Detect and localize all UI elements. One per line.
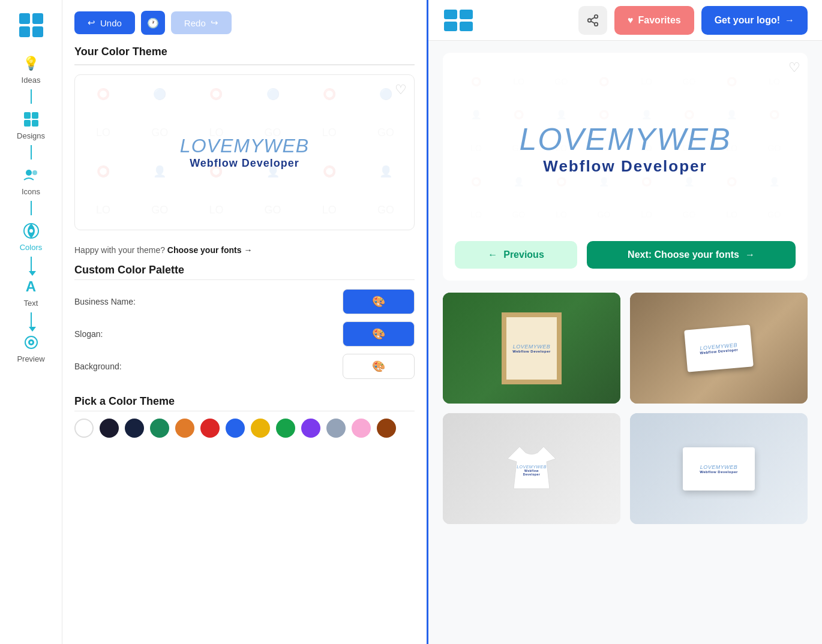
svg-rect-18 [460,22,473,31]
background-row: Background: 🎨 [74,354,415,379]
right-content: ♡ ⭕LOGO⭕LOGO⭕LO 👤⭕👤⭕👤⭕👤⭕ LOGOLOGOLOGOLOG… [428,41,822,644]
get-logo-button[interactable]: Get your logo! → [701,6,808,35]
svg-point-20 [588,19,592,22]
lightbulb-icon: 💡 [20,53,42,74]
svg-rect-0 [19,13,30,24]
background-swatch[interactable]: 🎨 [343,354,415,379]
header-actions: ♥ Favorites Get your logo! → [578,6,808,35]
svg-rect-4 [24,112,31,119]
choose-fonts-link[interactable]: Choose your fonts → [167,245,253,255]
right-panel: ♥ Favorites Get your logo! → ♡ ⭕LOGO⭕LOG… [428,0,822,644]
sidebar-item-ideas-label: Ideas [22,76,41,85]
color-dot-white[interactable] [74,419,94,438]
mockup-hand[interactable]: LOVEMYWEB Webflow Developer [630,293,808,404]
business-name-swatch[interactable]: 🎨 [343,289,415,314]
color-dot-mid-green[interactable] [276,419,295,438]
bg-icon: ⭕ [75,75,131,114]
color-theme-section: Your Color Theme [62,46,427,65]
sidebar-item-ideas[interactable]: 💡 Ideas [0,48,62,89]
swatch-icon-3: 🎨 [372,360,385,373]
color-dot-brown[interactable] [377,419,396,438]
svg-point-9 [32,170,37,175]
prev-icon: ← [488,249,497,260]
history-button[interactable]: 🕐 [141,11,165,35]
svg-rect-17 [444,22,457,31]
sidebar-divider-1 [31,89,32,104]
get-logo-label: Get your logo! [715,15,780,26]
mockup-frame[interactable]: LOVEMYWEB Webflow Developer [443,293,620,404]
share-button[interactable] [578,6,607,35]
history-icon: 🕐 [147,17,159,29]
mockup-4-logo-sub: Webflow Developer [700,470,738,474]
mockup-1-logo-text: LOVEMYWEB [513,344,551,350]
next-button[interactable]: Next: Choose your fonts → [587,241,796,269]
sidebar-item-text-label: Text [24,299,38,308]
sidebar-divider-2 [31,145,32,160]
palette-divider [74,279,415,280]
toolbar: ↩ Undo 🕐 Redo ↪ [62,0,427,46]
svg-line-23 [591,17,595,19]
svg-rect-7 [32,120,38,127]
colors-icon [20,220,42,242]
svg-rect-15 [444,10,457,19]
undo-button[interactable]: ↩ Undo [74,11,135,34]
business-name-row: Business Name: 🎨 [74,289,415,314]
color-dot-navy[interactable] [100,419,119,438]
text-icon: A [20,276,42,297]
color-dot-purple[interactable] [301,419,320,438]
color-theme-title: Your Color Theme [74,46,415,65]
redo-button[interactable]: Redo ↪ [171,11,232,34]
svg-point-21 [595,22,598,25]
custom-palette-title: Custom Color Palette [74,264,415,276]
logo-showcase: ♡ ⭕LOGO⭕LOGO⭕LO 👤⭕👤⭕👤⭕👤⭕ LOGOLOGOLOGOLOG… [443,53,808,281]
app-logo[interactable] [14,8,48,42]
color-dot-yellow[interactable] [251,419,270,438]
color-dot-gray[interactable] [326,419,346,438]
theme-divider [74,411,415,411]
sidebar-item-preview[interactable]: Preview [0,327,62,368]
pick-theme-section: Pick a Color Theme [62,386,427,450]
color-dot-pink[interactable] [352,419,371,438]
mockup-shirt[interactable]: LOVEMYWEB Webflow Developer [443,413,620,524]
nav-buttons: ← Previous Next: Choose your fonts → [455,241,796,269]
next-label: Next: Choose your fonts [628,249,739,260]
svg-line-22 [591,21,595,23]
color-dot-green[interactable] [150,419,169,438]
svg-rect-5 [32,112,38,119]
sidebar-item-colors[interactable]: Colors [0,215,62,257]
sidebar-arrow-down [31,257,32,271]
undo-label: Undo [100,18,122,28]
main-content: ↩ Undo 🕐 Redo ↪ Your Color Theme ⭕🔵⭕🔵⭕🔵 … [62,0,822,644]
color-dot-blue[interactable] [226,419,245,438]
color-dot-dark-blue[interactable] [125,419,144,438]
svg-point-8 [26,170,32,176]
svg-rect-6 [24,120,31,127]
favorites-button[interactable]: ♥ Favorites [614,6,694,35]
slogan-swatch[interactable]: 🎨 [343,321,415,347]
sidebar-item-icons[interactable]: Icons [0,160,62,201]
sidebar-item-icons-label: Icons [22,187,40,196]
section-divider [74,65,415,65]
sidebar-divider-3 [31,201,32,215]
color-dot-orange[interactable] [175,419,194,438]
svg-rect-1 [32,13,43,24]
color-dot-red[interactable] [200,419,220,438]
slogan-row: Slogan: 🎨 [74,321,415,347]
preview-heart-button[interactable]: ♡ [395,82,407,98]
logo-preview-sub-text: Webflow Developer [180,157,309,170]
sidebar-item-text[interactable]: A Text [0,271,62,312]
designs-icon [20,109,42,130]
showcase-logo-container: LOVEMYWEB Webflow Developer [519,121,731,176]
previous-button[interactable]: ← Previous [455,241,577,269]
business-name-label: Business Name: [74,297,343,306]
mockup-card-hand[interactable]: LOVEMYWEB Webflow Developer [630,413,808,524]
sidebar-item-designs[interactable]: Designs [0,104,62,145]
svg-rect-2 [19,26,30,37]
previous-label: Previous [503,249,544,260]
svg-rect-3 [32,26,43,37]
custom-palette-section: Custom Color Palette Business Name: 🎨 Sl… [62,264,427,379]
left-panel: ↩ Undo 🕐 Redo ↪ Your Color Theme ⭕🔵⭕🔵⭕🔵 … [62,0,428,644]
svg-point-14 [30,341,32,344]
color-dots-container [74,419,415,438]
swatch-icon: 🎨 [372,295,385,308]
